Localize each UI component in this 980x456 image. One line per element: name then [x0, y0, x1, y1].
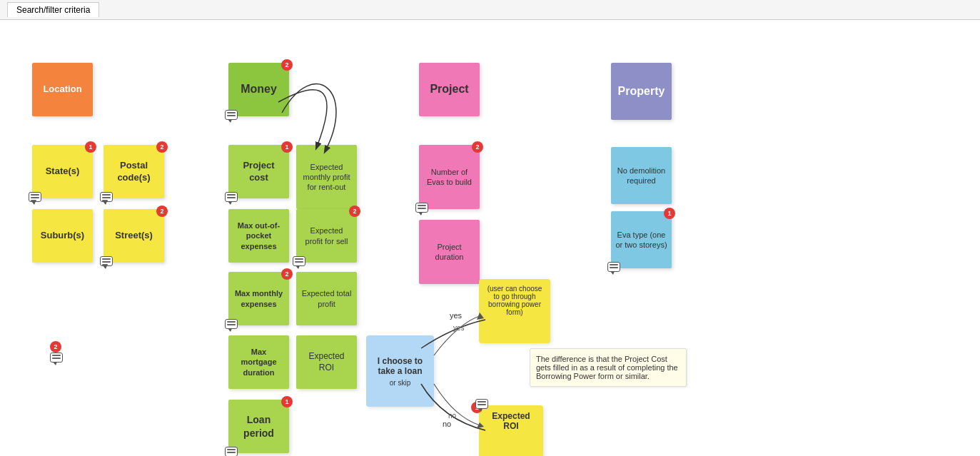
- note-roi-green[interactable]: Expected ROI: [296, 335, 357, 389]
- svg-text:no: no: [448, 412, 457, 420]
- svg-text:yes: yes: [450, 311, 463, 320]
- badge-eva-type: 1: [664, 208, 675, 219]
- note-num-evas[interactable]: Number of Evas to build: [419, 145, 480, 209]
- badge-num-evas: 2: [472, 141, 483, 153]
- chat-postal: [100, 192, 113, 202]
- loan-choice-main: I choose to take a loan: [373, 356, 427, 376]
- badge-project-cost: 1: [281, 141, 293, 153]
- chat-num-evas: [415, 203, 428, 213]
- badge-street: 2: [156, 206, 168, 217]
- badge-float: 2: [50, 341, 61, 353]
- note-wrap-project-cost: Project cost 1: [228, 145, 289, 198]
- note-user-choose: (user can choose to go through borrowing…: [479, 279, 550, 343]
- chat-float: [50, 353, 63, 363]
- note-wrap-street: Street(s) 2: [103, 209, 164, 263]
- note-location[interactable]: Location: [32, 63, 93, 116]
- note-wrap-monthly-rent: Expected monthly profit for rent-out: [296, 145, 357, 209]
- svg-text:yes: yes: [453, 324, 465, 332]
- note-wrap-float: 2: [50, 341, 63, 363]
- note-suburb[interactable]: Suburb(s): [32, 209, 93, 263]
- chat-money: [225, 110, 238, 120]
- note-no-demolition[interactable]: No demolition required: [611, 147, 672, 204]
- note-money[interactable]: Money: [228, 63, 289, 116]
- note-wrap-project: Project: [419, 63, 480, 116]
- chat-expected-sell: [293, 256, 305, 266]
- chat-eva-type: [607, 262, 620, 272]
- note-wrap-expected-sell: Expected profit for sell 2: [296, 209, 357, 263]
- chat-roi-yellow: [475, 399, 488, 409]
- toolbar: Search/filter criteria: [0, 0, 980, 20]
- badge-money: 2: [281, 59, 293, 71]
- note-wrap-property: Property: [611, 63, 672, 120]
- note-wrap-suburb: Suburb(s): [32, 209, 93, 263]
- note-wrap-max-monthly: Max monthly expenses 2: [228, 272, 289, 325]
- loan-choice-sub: or skip: [390, 379, 410, 387]
- chat-max-monthly: [225, 319, 238, 329]
- badge-postal: 2: [156, 141, 168, 153]
- note-states[interactable]: State(s): [32, 145, 93, 198]
- note-monthly-rent[interactable]: Expected monthly profit for rent-out: [296, 145, 357, 209]
- note-wrap-project-duration: Project duration: [419, 220, 480, 284]
- note-wrap-total-profit: Expected total profit: [296, 272, 357, 325]
- note-wrap-postal: Postal code(s) 2: [103, 145, 164, 198]
- note-wrap-roi-green: Expected ROI: [296, 335, 357, 389]
- difference-text: The difference is that the Project Cost …: [530, 348, 687, 387]
- note-total-profit[interactable]: Expected total profit: [296, 272, 357, 325]
- note-max-out-pocket[interactable]: Max out-of-pocket expenses: [228, 209, 289, 263]
- note-wrap-eva-type: Eva type (one or two storeys) 1: [611, 211, 672, 268]
- note-loan-choice[interactable]: I choose to take a loan or skip: [366, 335, 434, 407]
- chat-street: [100, 256, 113, 266]
- chat-loan-period: [225, 447, 238, 456]
- note-project-duration[interactable]: Project duration: [419, 220, 480, 284]
- note-wrap-num-evas: Number of Evas to build 2: [419, 145, 480, 209]
- note-max-monthly[interactable]: Max monthly expenses: [228, 272, 289, 325]
- note-wrap-loan-period: Loan period 1: [228, 400, 289, 453]
- badge-states: 1: [85, 141, 96, 153]
- note-property[interactable]: Property: [611, 63, 672, 120]
- note-wrap-location: Location: [32, 63, 93, 116]
- note-loan-period[interactable]: Loan period: [228, 400, 289, 453]
- badge-expected-sell: 2: [349, 206, 360, 217]
- note-roi-yellow[interactable]: Expected ROI: [479, 405, 543, 456]
- note-expected-sell[interactable]: Expected profit for sell: [296, 209, 357, 263]
- canvas: yes no Location State(s) 1 Postal code(s…: [0, 20, 980, 456]
- badge-max-monthly: 2: [281, 268, 293, 280]
- note-project-cost[interactable]: Project cost: [228, 145, 289, 198]
- note-eva-type[interactable]: Eva type (one or two storeys): [611, 211, 672, 268]
- note-wrap-no-demolition: No demolition required: [611, 147, 672, 204]
- note-project[interactable]: Project: [419, 63, 480, 116]
- note-wrap-money: Money 2: [228, 63, 289, 116]
- note-street[interactable]: Street(s): [103, 209, 164, 263]
- note-max-mortgage[interactable]: Max mortgage duration: [228, 335, 289, 389]
- note-wrap-max-out-pocket: Max out-of-pocket expenses: [228, 209, 289, 263]
- tab-search-filter[interactable]: Search/filter criteria: [7, 2, 99, 17]
- chat-states: [29, 192, 41, 202]
- note-postal[interactable]: Postal code(s): [103, 145, 164, 198]
- note-wrap-states: State(s) 1: [32, 145, 93, 198]
- note-wrap-max-mortgage: Max mortgage duration: [228, 335, 289, 389]
- svg-text:no: no: [443, 420, 451, 428]
- chat-project-cost: [225, 192, 238, 202]
- badge-loan-period: 1: [281, 396, 293, 407]
